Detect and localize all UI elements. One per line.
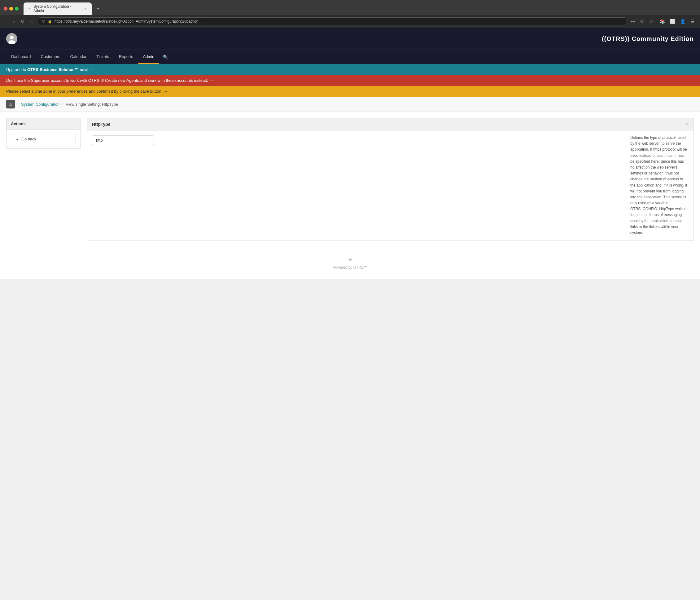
bookmark-button[interactable]: ☆ xyxy=(648,18,655,25)
tab-close-button[interactable]: ✕ xyxy=(84,7,87,10)
more-options-button[interactable]: ••• xyxy=(629,18,637,25)
footer-icon: ✦ xyxy=(6,256,694,263)
breadcrumb: ⌂ › System Configuration › View single S… xyxy=(0,97,700,112)
account-button[interactable]: 👤 xyxy=(678,18,687,25)
security-icon: 🛡 xyxy=(42,20,45,23)
pocket-button[interactable]: 🏷 xyxy=(639,18,646,25)
url-display: https://otrs.heyvaldemar.net/otrs/index.… xyxy=(54,19,622,24)
upgrade-banner[interactable]: Upgrade to OTRS Business Solution™ now! … xyxy=(0,64,700,75)
browser-toolbar-icons: 📚 ⬜ 👤 ☰ xyxy=(658,18,696,25)
sidebar-button[interactable]: ⬜ xyxy=(668,18,677,25)
tab-icon: ✦ xyxy=(28,7,31,10)
breadcrumb-current: View single Setting: HttpType xyxy=(66,102,118,106)
nav-item-customers[interactable]: Customers xyxy=(36,50,65,64)
logo-text: ((OTRS)) Community Edition xyxy=(602,35,694,42)
reload-button[interactable]: ↻ xyxy=(19,18,26,25)
setting-panel: HttpType ≡ Defines the type of protocol,… xyxy=(87,118,694,240)
browser-title-bar: ✦ System Configuration - Admin ✕ + xyxy=(0,0,700,15)
address-bar[interactable]: 🛡 🔒 https://otrs.heyvaldemar.net/otrs/in… xyxy=(38,17,626,25)
back-button[interactable]: ‹ xyxy=(4,18,9,25)
nav-item-calendar[interactable]: Calendar xyxy=(65,50,91,64)
svg-point-1 xyxy=(10,35,14,39)
maximize-button[interactable] xyxy=(15,7,19,10)
actions-body: ◄ Go back xyxy=(6,129,80,149)
nav-search-button[interactable]: 🔍 xyxy=(159,50,172,64)
new-tab-button[interactable]: + xyxy=(94,5,102,13)
home-button[interactable]: ⌂ xyxy=(29,18,35,25)
footer-text: Powered by OTRS™ xyxy=(6,265,694,270)
minimize-button[interactable] xyxy=(9,7,13,10)
timezone-banner[interactable]: Please select a time zone in your prefer… xyxy=(0,86,700,97)
upgrade-text: Upgrade to OTRS Business Solution™ now! … xyxy=(6,67,94,72)
nav-item-reports[interactable]: Reports xyxy=(114,50,138,64)
browser-address-bar: ‹ › ↻ ⌂ 🛡 🔒 https://otrs.heyvaldemar.net… xyxy=(0,15,700,28)
app-footer: ✦ Powered by OTRS™ xyxy=(0,247,700,279)
nav-item-tickets[interactable]: Tickets xyxy=(91,50,114,64)
app-header: ((OTRS)) Community Edition xyxy=(0,28,700,50)
lock-icon: 🔒 xyxy=(48,20,52,24)
http-type-input[interactable] xyxy=(92,136,154,145)
nav-item-admin[interactable]: Admin xyxy=(138,50,159,64)
setting-input-area xyxy=(87,130,625,240)
menu-button[interactable]: ☰ xyxy=(689,18,696,25)
actions-title: Actions xyxy=(6,118,80,129)
forward-button[interactable]: › xyxy=(11,18,17,25)
browser-right-icons: ••• 🏷 ☆ xyxy=(629,18,655,25)
warning-banner[interactable]: Don't use the Superuser account to work … xyxy=(0,75,700,86)
breadcrumb-system-config[interactable]: System Configuration xyxy=(21,102,59,106)
app-wrapper: ((OTRS)) Community Edition Dashboard Cus… xyxy=(0,28,700,279)
warning-text: Don't use the Superuser account to work … xyxy=(6,78,214,83)
app-logo: ((OTRS)) Community Edition xyxy=(602,35,694,43)
browser-tab[interactable]: ✦ System Configuration - Admin ✕ xyxy=(24,2,92,15)
nav-item-dashboard[interactable]: Dashboard xyxy=(6,50,36,64)
timezone-text: Please select a time zone in your prefer… xyxy=(6,89,168,94)
setting-description: Defines the type of protocol, used by th… xyxy=(625,130,694,240)
actions-panel: Actions ◄ Go back xyxy=(6,118,80,240)
home-breadcrumb-button[interactable]: ⌂ xyxy=(6,100,15,109)
setting-body: Defines the type of protocol, used by th… xyxy=(87,130,694,240)
tab-title: System Configuration - Admin xyxy=(33,4,82,13)
setting-title: HttpType xyxy=(92,122,110,127)
back-arrow-icon: ◄ xyxy=(16,137,19,141)
main-content: Actions ◄ Go back HttpType ≡ Defines the… xyxy=(0,112,700,247)
breadcrumb-sep-1: › xyxy=(17,102,19,106)
setting-header: HttpType ≡ xyxy=(87,118,694,130)
go-back-button[interactable]: ◄ Go back xyxy=(11,134,76,144)
close-button[interactable] xyxy=(4,7,7,10)
breadcrumb-sep-2: › xyxy=(62,102,63,106)
setting-menu-icon[interactable]: ≡ xyxy=(686,121,689,127)
go-back-label: Go back xyxy=(21,137,36,141)
user-avatar[interactable] xyxy=(6,33,17,44)
browser-dots xyxy=(4,7,19,10)
library-button[interactable]: 📚 xyxy=(658,18,667,25)
app-nav: Dashboard Customers Calendar Tickets Rep… xyxy=(0,50,700,64)
upgrade-bold: OTRS Business Solution™ xyxy=(27,67,79,72)
browser-chrome: ✦ System Configuration - Admin ✕ + ‹ › ↻… xyxy=(0,0,700,28)
